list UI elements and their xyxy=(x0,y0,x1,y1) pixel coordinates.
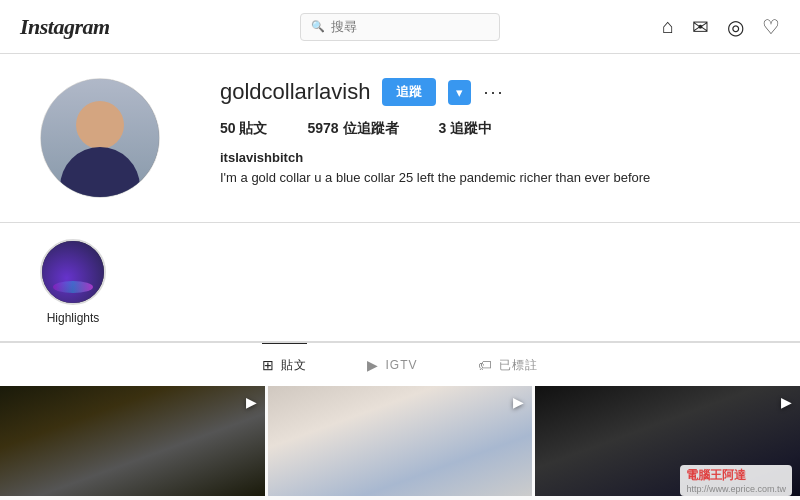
instagram-logo: Instagram xyxy=(20,14,110,40)
messenger-icon[interactable]: ✉ xyxy=(692,15,709,39)
follow-dropdown-button[interactable]: ▾ xyxy=(448,80,471,105)
tab-tagged-label: 已標註 xyxy=(499,357,538,374)
play-icon-3: ▶ xyxy=(781,394,792,410)
stat-posts: 50 貼文 xyxy=(220,120,267,138)
highlight-image xyxy=(42,241,104,303)
tab-igtv[interactable]: ▶ IGTV xyxy=(367,343,417,386)
tag-icon: 🏷 xyxy=(478,357,493,373)
tab-posts-label: 貼文 xyxy=(281,357,307,374)
stat-following: 3 追蹤中 xyxy=(439,120,493,138)
compass-icon[interactable]: ◎ xyxy=(727,15,744,39)
search-bar[interactable]: 🔍 xyxy=(300,13,500,41)
highlight-item[interactable]: Highlights xyxy=(40,239,106,325)
avatar xyxy=(40,78,160,198)
home-icon[interactable]: ⌂ xyxy=(662,15,674,38)
header-nav-icons: ⌂ ✉ ◎ ♡ xyxy=(662,15,780,39)
stat-following-label: 追蹤中 xyxy=(450,120,492,136)
play-icon-1: ▶ xyxy=(246,394,257,410)
profile-name-row: goldcollarlavish 追蹤 ▾ ··· xyxy=(220,78,760,106)
tab-posts[interactable]: ⊞ 貼文 xyxy=(262,343,307,386)
profile-bio: I'm a gold collar u a blue collar 25 lef… xyxy=(220,169,760,187)
stat-followers-label: 位追蹤者 xyxy=(343,120,399,136)
profile-username: goldcollarlavish xyxy=(220,79,370,105)
stat-posts-label: 貼文 xyxy=(239,120,267,136)
watermark-sub: http://www.eprice.com.tw xyxy=(686,484,786,494)
igtv-icon: ▶ xyxy=(367,357,379,373)
play-icon-2: ▶ xyxy=(513,394,524,410)
post-thumb-1[interactable]: ▶ xyxy=(0,386,265,500)
follow-button[interactable]: 追蹤 xyxy=(382,78,436,106)
search-input[interactable] xyxy=(331,19,489,34)
tabs-section: ⊞ 貼文 ▶ IGTV 🏷 已標註 xyxy=(0,342,800,386)
watermark-main: 電腦王阿達 xyxy=(686,467,786,484)
heart-icon[interactable]: ♡ xyxy=(762,15,780,39)
profile-stats: 50 貼文 5978 位追蹤者 3 追蹤中 xyxy=(220,120,760,138)
profile-info: goldcollarlavish 追蹤 ▾ ··· 50 貼文 5978 位追蹤… xyxy=(220,78,760,187)
tab-tagged[interactable]: 🏷 已標註 xyxy=(478,343,538,386)
watermark: 電腦王阿達 http://www.eprice.com.tw xyxy=(680,465,792,496)
tab-igtv-label: IGTV xyxy=(385,358,417,372)
profile-handle: itslavishbitch xyxy=(220,150,760,165)
header: Instagram 🔍 ⌂ ✉ ◎ ♡ xyxy=(0,0,800,54)
grid-icon: ⊞ xyxy=(262,357,275,373)
search-icon: 🔍 xyxy=(311,20,325,33)
highlights-section: Highlights xyxy=(0,223,800,341)
highlight-circle xyxy=(40,239,106,305)
profile-section: goldcollarlavish 追蹤 ▾ ··· 50 貼文 5978 位追蹤… xyxy=(0,54,800,222)
highlight-label: Highlights xyxy=(47,311,100,325)
more-options-button[interactable]: ··· xyxy=(483,82,504,103)
post-thumb-2[interactable]: ▶ xyxy=(268,386,533,500)
avatar-image xyxy=(41,79,159,197)
stat-followers: 5978 位追蹤者 xyxy=(307,120,398,138)
